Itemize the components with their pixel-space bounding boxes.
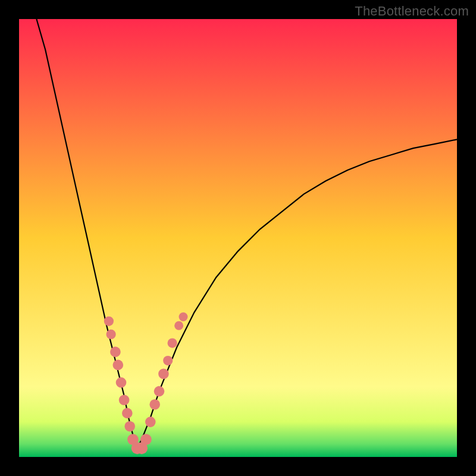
data-marker: [168, 339, 177, 348]
data-marker: [163, 356, 173, 365]
data-marker: [110, 347, 121, 358]
bottleneck-curve: [19, 19, 457, 457]
watermark-text: TheBottleneck.com: [355, 4, 469, 19]
data-marker: [104, 317, 114, 326]
data-marker: [140, 434, 152, 445]
data-marker: [113, 360, 124, 371]
data-marker: [116, 377, 127, 388]
data-marker: [122, 408, 133, 419]
data-marker: [174, 321, 183, 330]
data-marker: [119, 395, 130, 406]
marker-group: [104, 312, 188, 454]
plot-area: [19, 19, 457, 457]
chart-frame: TheBottleneck.com: [0, 0, 476, 476]
data-marker: [158, 368, 169, 379]
data-marker: [145, 416, 156, 427]
data-marker: [149, 399, 160, 410]
data-marker: [179, 312, 188, 321]
data-marker: [107, 330, 116, 339]
data-marker: [154, 386, 165, 397]
data-marker: [124, 421, 135, 432]
curve-right-branch: [137, 139, 457, 448]
